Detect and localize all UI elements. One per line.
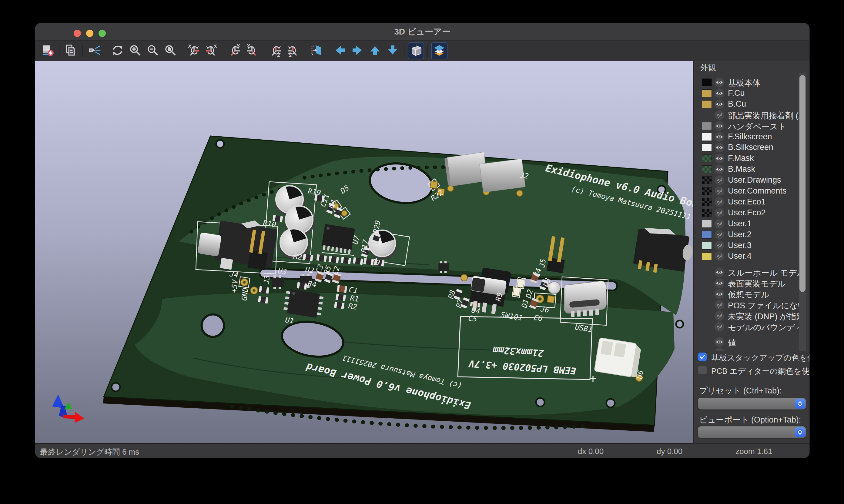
toolbar-button-pan-up[interactable] [367, 42, 383, 59]
toolbar-button-zoom-to-fit[interactable] [162, 42, 178, 59]
layer-row-F.Mask[interactable]: F.Mask [694, 153, 810, 164]
layer-row-User.Comments[interactable]: User.Comments [694, 186, 810, 197]
layer-row-値[interactable]: 値 [694, 337, 810, 347]
eye-visible-icon[interactable] [714, 278, 724, 288]
layer-row-仮想モデル[interactable]: 仮想モデル [694, 289, 810, 300]
toolbar-button-rotate-z-positive[interactable]: Z [268, 42, 284, 59]
color-swatch[interactable] [702, 155, 712, 162]
layer-row-User.4[interactable]: User.4 [694, 251, 810, 262]
toolbar-button-rotate-y-negative[interactable]: Y [244, 42, 260, 59]
eye-hidden-icon[interactable] [714, 208, 724, 218]
eye-hidden-icon[interactable] [714, 175, 724, 185]
toolbar-button-rotate-x-negative[interactable]: X [203, 42, 220, 59]
toolbar-button-rotate-x-positive[interactable]: X [186, 42, 202, 59]
color-swatch[interactable] [702, 78, 712, 86]
layer-label: User.4 [728, 251, 752, 261]
title-bar[interactable]: 3D ビューアー [35, 23, 809, 41]
toolbar-button-pan-left[interactable] [332, 42, 348, 59]
eye-hidden-icon[interactable] [714, 241, 724, 251]
eye-visible-icon[interactable] [714, 348, 724, 352]
toolbar-button-pan-down[interactable] [384, 42, 401, 59]
eye-visible-icon[interactable] [714, 77, 724, 87]
toolbar-button-orthographic-projection[interactable] [408, 42, 424, 59]
layer-row-User.1[interactable]: User.1 [694, 218, 810, 229]
eye-visible-icon[interactable] [714, 88, 724, 98]
layer-row-ハンダペースト[interactable]: ハンダペースト [694, 121, 810, 131]
eye-hidden-icon[interactable] [714, 322, 724, 332]
color-swatch[interactable] [702, 198, 712, 206]
color-swatch[interactable] [702, 252, 712, 260]
viewport-stepper-icon[interactable] [795, 427, 805, 437]
toolbar-button-board-layers[interactable] [431, 42, 447, 59]
eye-hidden-icon[interactable] [714, 110, 724, 120]
layer-row-POS ファイルにないモデ[interactable]: POS ファイルにないモデ [694, 300, 810, 310]
minimize-button[interactable] [86, 30, 93, 37]
layer-row-F.Cu[interactable]: F.Cu [694, 88, 810, 99]
layer-row-F.Silkscreen[interactable]: F.Silkscreen [694, 131, 810, 142]
layer-row-User.Drawings[interactable]: User.Drawings [694, 175, 810, 186]
layer-row-User.Eco1[interactable]: User.Eco1 [694, 197, 810, 208]
color-swatch[interactable] [702, 220, 712, 228]
eye-hidden-icon[interactable] [714, 311, 724, 321]
eye-hidden-icon[interactable] [714, 197, 724, 207]
eye-visible-icon[interactable] [714, 289, 724, 299]
layer-row-B.Silkscreen[interactable]: B.Silkscreen [694, 142, 810, 153]
preset-select[interactable] [698, 398, 806, 410]
color-swatch[interactable] [702, 231, 712, 239]
eye-hidden-icon[interactable] [714, 230, 724, 239]
toolbar-button-zoom-in[interactable] [127, 42, 143, 59]
close-button[interactable] [74, 30, 81, 37]
layer-row-モデルのバウンディング[interactable]: モデルのバウンディング [694, 321, 810, 332]
color-swatch[interactable] [702, 133, 712, 141]
color-swatch[interactable] [702, 209, 712, 217]
layer-row-基板本体[interactable]: 基板本体 [694, 77, 810, 88]
toolbar-button-refresh-view[interactable] [109, 42, 126, 59]
toolbar-button-rotate-y-positive[interactable]: Y [226, 42, 243, 59]
color-swatch[interactable] [702, 122, 712, 130]
toolbar-button-rotate-z-negative[interactable]: Z [285, 42, 302, 59]
eye-visible-icon[interactable] [714, 267, 724, 277]
layer-row-B.Cu[interactable]: B.Cu [694, 99, 810, 110]
color-swatch[interactable] [702, 176, 712, 184]
eye-visible-icon[interactable] [714, 164, 724, 174]
checkbox[interactable] [698, 366, 707, 374]
color-swatch[interactable] [702, 89, 712, 97]
layer-row-User.2[interactable]: User.2 [694, 229, 810, 240]
eye-visible-icon[interactable] [714, 132, 724, 142]
toolbar-button-copy-image[interactable] [63, 42, 79, 59]
layer-row-B.Mask[interactable]: B.Mask [694, 164, 810, 175]
eye-visible-icon[interactable] [714, 143, 724, 152]
toolbar-button-export-image[interactable] [39, 42, 56, 59]
eye-visible-icon[interactable] [714, 100, 724, 109]
color-swatch[interactable] [702, 144, 712, 151]
layer-row-表面実装モデル[interactable]: 表面実装モデル [694, 278, 810, 289]
layer-row-部品実装用接着剤 (Adh[interactable]: 部品実装用接着剤 (Adh [694, 110, 810, 121]
scrollbar[interactable] [799, 73, 806, 352]
color-swatch[interactable] [702, 100, 712, 108]
layer-row-User.3[interactable]: User.3 [694, 240, 810, 251]
maximize-button[interactable] [99, 30, 106, 37]
3d-viewport[interactable]: J4R10R19C11D4D5R23U7R29R17C9J2R22+5VGNDJ… [35, 61, 693, 444]
eye-visible-icon[interactable] [714, 337, 724, 347]
toolbar-button-raytracing-render[interactable] [86, 42, 102, 59]
color-swatch[interactable] [702, 242, 712, 250]
layer-row-スルーホール モデル[interactable]: スルーホール モデル [694, 267, 810, 278]
viewport-select[interactable] [698, 427, 806, 438]
eye-hidden-icon[interactable] [714, 186, 724, 196]
layer-row[interactable] [694, 347, 810, 352]
layer-row-未実装 (DNP) が指定さ[interactable]: 未実装 (DNP) が指定さ [694, 310, 810, 321]
eye-hidden-icon[interactable] [714, 300, 724, 310]
eye-hidden-icon[interactable] [714, 219, 724, 229]
layer-row-User.Eco2[interactable]: User.Eco2 [694, 208, 810, 218]
preset-stepper-icon[interactable] [795, 399, 805, 409]
toolbar-button-zoom-out[interactable] [144, 42, 161, 59]
color-swatch[interactable] [702, 165, 712, 173]
eye-visible-icon[interactable] [714, 121, 724, 131]
color-swatch[interactable] [702, 187, 712, 195]
eye-visible-icon[interactable] [714, 154, 724, 163]
scrollbar-thumb[interactable] [799, 75, 806, 292]
checkbox-checked[interactable] [698, 353, 707, 361]
toolbar-button-flip-board[interactable] [308, 42, 325, 59]
eye-hidden-icon[interactable] [714, 251, 724, 261]
toolbar-button-pan-right[interactable] [349, 42, 366, 59]
